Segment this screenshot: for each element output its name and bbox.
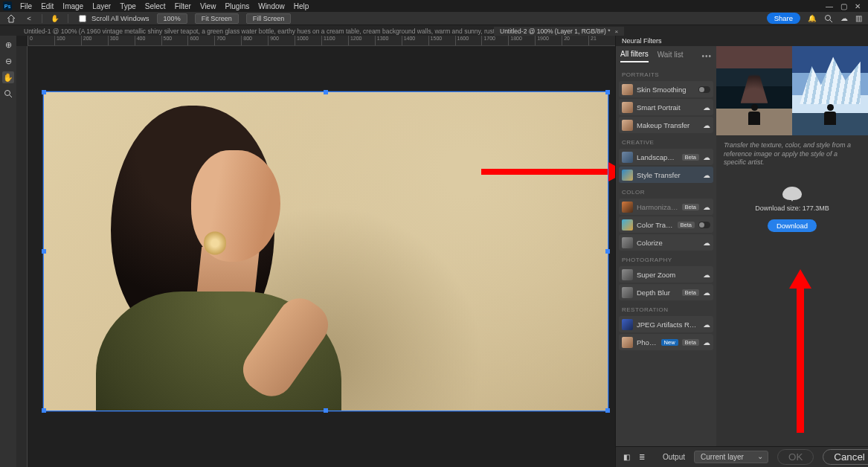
filter-jpeg-artifacts[interactable]: JPEG Artifacts Removal ☁	[619, 316, 713, 332]
group-restoration: RESTORATION	[619, 302, 713, 315]
cloud-download-big-icon	[782, 187, 802, 200]
cloud-download-icon[interactable]: ☁	[703, 321, 710, 329]
cancel-button[interactable]: Cancel	[823, 449, 868, 465]
menu-filter[interactable]: Filter	[171, 2, 195, 10]
tab-all-filters[interactable]: All filters	[620, 50, 649, 62]
cloud-sync-icon[interactable]: ☁	[840, 14, 848, 22]
filter-tabs: All filters Wait list •••	[616, 46, 716, 64]
filter-thumb-icon	[622, 170, 633, 181]
canvas-area[interactable]: 0100200300400500600700800900100011001200…	[16, 36, 615, 467]
filter-thumb-icon	[622, 219, 633, 231]
group-photography: PHOTOGRAPHY	[619, 252, 713, 265]
filter-photo-restoration[interactable]: Photo Res... New Beta ☁	[619, 334, 713, 350]
zoom-tool-icon[interactable]	[2, 88, 14, 100]
menu-plugins[interactable]: Plugins	[221, 2, 253, 10]
close-tab-icon[interactable]: ×	[614, 28, 618, 35]
menu-type[interactable]: Type	[116, 2, 140, 10]
share-button[interactable]: Share	[767, 13, 800, 24]
output-select[interactable]: Current layer	[694, 451, 768, 463]
beta-badge: Beta	[678, 222, 695, 228]
zoom-in-icon[interactable]: ⊕	[2, 39, 14, 51]
hand-tool-icon[interactable]: ✋	[2, 71, 14, 83]
filter-skin-smoothing[interactable]: Skin Smoothing	[619, 81, 713, 97]
layers-icon[interactable]: ≣	[639, 453, 645, 461]
cloud-download-icon[interactable]: ☁	[703, 121, 710, 129]
home-icon[interactable]	[6, 13, 16, 24]
window-minimize-icon[interactable]: —	[826, 2, 833, 10]
filter-toggle[interactable]	[698, 86, 710, 93]
filter-toggle[interactable]	[698, 222, 710, 228]
document-tab-2-label: Untitled-2 @ 100% (Layer 1, RGB/8#) *	[500, 28, 610, 35]
filter-color-transfer[interactable]: Color Transfer Beta	[619, 216, 713, 233]
filter-label: Skin Smoothing	[637, 86, 695, 94]
filter-harmonization[interactable]: Harmonization Beta ☁	[619, 199, 713, 215]
beta-badge: Beta	[682, 289, 699, 296]
cloud-download-icon[interactable]: ☁	[703, 171, 710, 179]
filter-landscape-mixer[interactable]: Landscape Mixer Beta ☁	[619, 149, 713, 165]
filter-super-zoom[interactable]: Super Zoom ☁	[619, 266, 713, 283]
output-value: Current layer	[701, 453, 744, 461]
scroll-all-input[interactable]	[79, 15, 86, 22]
scroll-all-label: Scroll All Windows	[91, 14, 150, 22]
zoom-out-icon[interactable]: ⊖	[2, 55, 14, 67]
download-button[interactable]: Download	[768, 219, 817, 232]
hand-tool-icon[interactable]: ✋	[50, 13, 60, 24]
svg-line-1	[830, 20, 832, 22]
cloud-download-icon[interactable]: ☁	[703, 239, 710, 247]
ok-button[interactable]: OK	[777, 449, 814, 465]
filter-details: Transfer the texture, color, and style f…	[716, 46, 868, 446]
panel-title: Neural Filters	[616, 36, 868, 46]
filter-thumb-icon	[622, 319, 633, 330]
search-icon[interactable]	[824, 14, 833, 23]
filters-column: All filters Wait list ••• PORTRAITS Skin…	[616, 46, 716, 446]
document-canvas[interactable]	[43, 91, 608, 411]
annotation-arrow-up-icon	[791, 269, 810, 433]
fit-screen-button[interactable]: Fit Screen	[195, 13, 239, 24]
cloud-download-icon[interactable]: ☁	[703, 103, 710, 112]
cloud-download-icon[interactable]: ☁	[703, 203, 710, 211]
filter-thumb-icon	[622, 269, 633, 280]
filters-list: PORTRAITS Skin Smoothing Smart Portrait …	[616, 64, 716, 352]
app-logo: Ps	[3, 1, 12, 10]
filter-depth-blur[interactable]: Depth Blur Beta ☁	[619, 284, 713, 300]
workspace-icon[interactable]: ▥	[855, 14, 862, 22]
filter-label: Landscape Mixer	[637, 153, 678, 161]
cloud-download-icon[interactable]: ☁	[703, 289, 710, 297]
menu-select[interactable]: Select	[141, 2, 170, 10]
filter-smart-portrait[interactable]: Smart Portrait ☁	[619, 99, 713, 115]
document-tab-2[interactable]: Untitled-2 @ 100% (Layer 1, RGB/8#) * ×	[494, 27, 624, 36]
scroll-all-checkbox[interactable]: Scroll All Windows	[76, 13, 150, 25]
filter-thumb-icon	[622, 102, 633, 113]
cloud-download-icon[interactable]: ☁	[703, 338, 710, 347]
fill-screen-button[interactable]: Fill Screen	[246, 13, 292, 24]
menu-file[interactable]: File	[16, 2, 36, 10]
panel-menu-icon[interactable]: •••	[701, 52, 712, 60]
layer-mask-icon[interactable]: ◧	[623, 453, 630, 461]
filter-label: Smart Portrait	[637, 103, 699, 112]
filter-label: Color Transfer	[637, 221, 674, 229]
filter-style-transfer[interactable]: Style Transfer ☁	[619, 167, 713, 183]
zoom-level[interactable]: 100%	[157, 13, 187, 24]
menu-image[interactable]: Image	[59, 2, 87, 10]
menu-help[interactable]: Help	[290, 2, 313, 10]
menu-view[interactable]: View	[196, 2, 220, 10]
menu-layer[interactable]: Layer	[89, 2, 115, 10]
tab-wait-list[interactable]: Wait list	[658, 51, 684, 62]
svg-point-0	[826, 15, 831, 20]
left-tool-strip: ⊕ ⊖ ✋	[0, 36, 16, 467]
document-tab-1[interactable]: Untitled-1 @ 100% (A 1960 vintage metall…	[18, 27, 494, 36]
back-icon[interactable]: <	[24, 13, 34, 24]
filter-label: Colorize	[637, 239, 699, 247]
notifications-icon[interactable]: 🔔	[808, 14, 817, 22]
filter-makeup-transfer[interactable]: Makeup Transfer ☁	[619, 117, 713, 133]
menu-edit[interactable]: Edit	[37, 2, 57, 10]
window-close-icon[interactable]: ✕	[855, 2, 861, 10]
new-badge: New	[661, 339, 678, 346]
ruler-vertical	[16, 46, 28, 467]
cloud-download-icon[interactable]: ☁	[703, 271, 710, 279]
window-maximize-icon[interactable]: ▢	[840, 2, 847, 10]
menu-window[interactable]: Window	[254, 2, 289, 10]
filter-colorize[interactable]: Colorize ☁	[619, 234, 713, 251]
download-size-label: Download size: 177.3MB	[755, 204, 829, 212]
cloud-download-icon[interactable]: ☁	[703, 153, 710, 161]
